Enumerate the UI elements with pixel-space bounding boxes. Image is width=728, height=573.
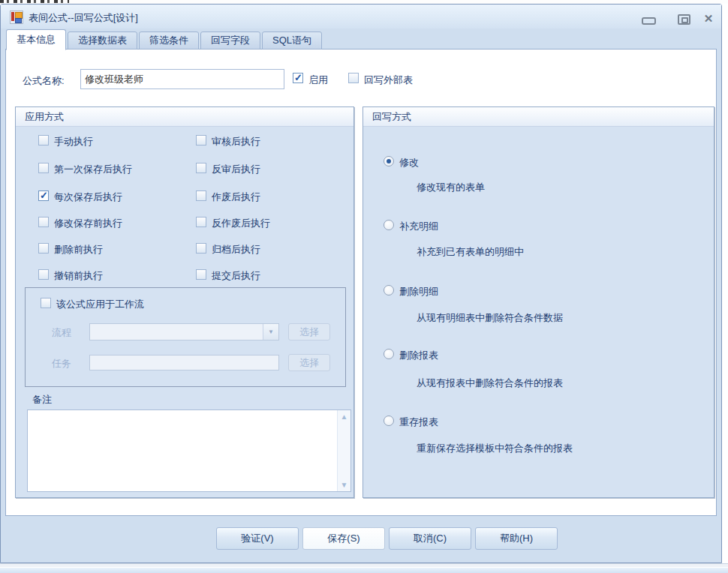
radio-modify-label: 修改: [399, 156, 419, 170]
checkbox-after-unaudit[interactable]: [196, 163, 206, 173]
enable-checkbox-label: 启用: [308, 74, 328, 87]
tab-sql-statement[interactable]: SQL语句: [262, 32, 322, 50]
radio-append-detail-label: 补充明细: [399, 220, 438, 233]
form-app-icon: [10, 10, 23, 24]
radio-modify[interactable]: [384, 156, 394, 166]
cancel-button[interactable]: 取消(C): [389, 527, 471, 550]
scroll-up-icon[interactable]: ▲: [338, 412, 350, 421]
checkbox-before-delete[interactable]: [38, 243, 49, 254]
tab-filter-conditions[interactable]: 筛选条件: [139, 32, 199, 50]
process-combobox[interactable]: ▼: [89, 323, 279, 340]
task-input[interactable]: [89, 355, 279, 370]
minimize-icon[interactable]: [642, 17, 656, 25]
remark-textarea[interactable]: ▲ ▼: [27, 410, 351, 492]
checkbox-before-revoke[interactable]: [38, 269, 49, 280]
radio-append-detail-desc: 补充到已有表单的明细中: [417, 245, 524, 259]
checkbox-after-unvoid-label: 反作废后执行: [212, 217, 270, 230]
screen: 表间公式--回写公式[设计] ✕ 基本信息 选择数据表 筛选条件 回写字段 SQ…: [0, 0, 728, 573]
checkbox-after-void-label: 作废后执行: [212, 190, 260, 204]
radio-delete-detail-label: 删除明细: [399, 285, 438, 298]
formula-name-label: 公式名称:: [23, 74, 65, 88]
checkbox-manual-execute-label: 手动执行: [54, 135, 93, 148]
workflow-box: 该公式应用于工作流 流程 ▼ 选择 任务 选择: [25, 287, 346, 387]
background-window-edge: [0, 567, 728, 573]
scroll-down-icon[interactable]: ▼: [338, 481, 350, 489]
radio-resave-report-label: 重存报表: [399, 416, 438, 429]
radio-append-detail[interactable]: [384, 220, 394, 230]
tab-writeback-fields[interactable]: 回写字段: [200, 32, 260, 50]
radio-delete-detail-desc: 从现有明细表中删除符合条件数据: [417, 311, 563, 325]
checkbox-after-void[interactable]: [196, 190, 206, 201]
checkbox-after-unvoid[interactable]: [196, 217, 206, 227]
radio-delete-report-desc: 从现有报表中删除符合条件的报表: [417, 376, 563, 390]
task-label: 任务: [52, 357, 71, 370]
checkbox-after-audit-label: 审核后执行: [212, 135, 260, 148]
checkbox-after-archive[interactable]: [196, 243, 206, 254]
process-select-button[interactable]: 选择: [288, 323, 330, 340]
checkbox-first-save-execute-label: 第一次保存后执行: [54, 163, 132, 176]
tab-page-basic-info: 公式名称: 启用 回写外部表 应用方式 手动执行 第一次保存后执行 每次保存后执…: [5, 49, 717, 516]
checkbox-after-audit[interactable]: [196, 135, 206, 146]
checkbox-after-submit-label: 提交后执行: [212, 269, 260, 283]
checkbox-before-modify-save-label: 修改保存前执行: [54, 217, 122, 230]
maximize-icon[interactable]: [678, 14, 690, 25]
checkbox-first-save-execute[interactable]: [38, 163, 49, 173]
workflow-checkbox[interactable]: [41, 298, 51, 308]
radio-delete-report[interactable]: [384, 349, 394, 359]
enable-checkbox[interactable]: [293, 73, 303, 83]
tab-strip: 基本信息 选择数据表 筛选条件 回写字段 SQL语句: [6, 29, 323, 50]
dialog-window: 表间公式--回写公式[设计] ✕ 基本信息 选择数据表 筛选条件 回写字段 SQ…: [0, 4, 722, 563]
tab-select-datatable[interactable]: 选择数据表: [68, 32, 137, 50]
radio-resave-report-desc: 重新保存选择模板中符合条件的报表: [417, 442, 573, 455]
writeback-external-label: 回写外部表: [364, 74, 413, 87]
writeback-external-checkbox[interactable]: [348, 73, 359, 83]
radio-delete-detail[interactable]: [384, 285, 394, 296]
apply-mode-groupbox: 应用方式 手动执行 第一次保存后执行 每次保存后执行 修改保存前执行 删除前执行…: [15, 106, 354, 498]
checkbox-after-archive-label: 归档后执行: [212, 243, 260, 256]
clipped-background-text: [0, 0, 69, 3]
tab-basic-info[interactable]: 基本信息: [6, 29, 66, 50]
checkbox-before-delete-label: 删除前执行: [54, 243, 103, 256]
checkbox-before-revoke-label: 撤销前执行: [54, 269, 103, 283]
validate-button[interactable]: 验证(V): [216, 527, 299, 550]
workflow-checkbox-label: 该公式应用于工作流: [56, 298, 144, 311]
checkbox-after-submit[interactable]: [196, 269, 206, 280]
checkbox-every-save-execute-label: 每次保存后执行: [54, 190, 122, 204]
checkbox-after-unaudit-label: 反审后执行: [212, 163, 260, 176]
help-button[interactable]: 帮助(H): [475, 527, 558, 550]
process-label: 流程: [52, 326, 71, 340]
checkbox-manual-execute[interactable]: [38, 135, 49, 146]
window-title: 表间公式--回写公式[设计]: [29, 11, 138, 25]
remark-label: 备注: [32, 393, 52, 406]
radio-delete-report-label: 删除报表: [399, 349, 438, 362]
radio-resave-report[interactable]: [384, 416, 394, 426]
combo-dropdown-icon[interactable]: ▼: [263, 324, 278, 340]
apply-mode-group-title: 应用方式: [16, 107, 353, 127]
writeback-mode-groupbox: 回写方式 修改 修改现有的表单 补充明细 补充到已有表单的明细中 删除明细 从现…: [362, 106, 714, 498]
checkbox-every-save-execute[interactable]: [38, 190, 49, 201]
checkbox-before-modify-save[interactable]: [38, 217, 49, 227]
writeback-mode-group-title: 回写方式: [363, 107, 714, 127]
remark-scrollbar[interactable]: ▲ ▼: [337, 410, 350, 491]
task-select-button[interactable]: 选择: [288, 354, 330, 371]
titlebar: 表间公式--回写公式[设计] ✕: [1, 4, 721, 28]
close-icon[interactable]: ✕: [702, 12, 715, 26]
formula-name-input[interactable]: [80, 69, 284, 89]
save-button[interactable]: 保存(S): [302, 527, 385, 550]
radio-modify-desc: 修改现有的表单: [417, 181, 485, 194]
